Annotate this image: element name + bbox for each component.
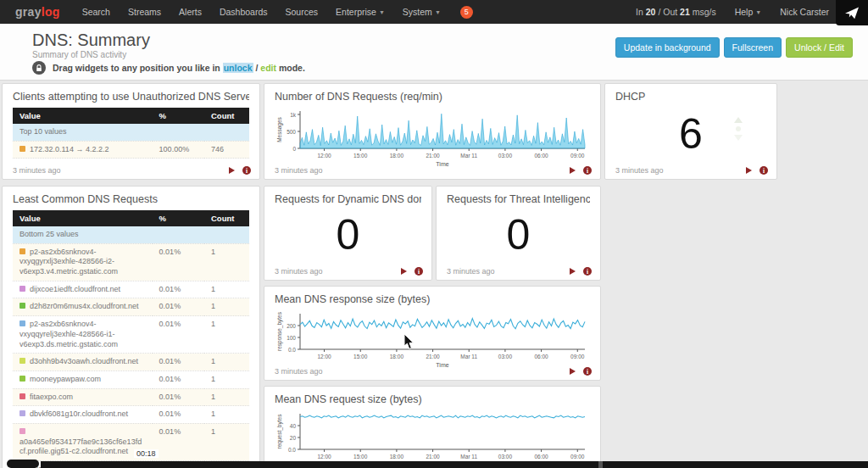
row-count: 1 — [204, 354, 249, 371]
svg-text:1k: 1k — [290, 112, 297, 118]
nav-item-enterprise[interactable]: Enterprise▼ — [336, 7, 385, 17]
dynamic-dns-count: 0 — [264, 210, 431, 259]
svg-text:0.0: 0.0 — [288, 447, 296, 453]
row-count: 1 — [204, 423, 249, 460]
row-percent: 0.01% — [153, 316, 204, 354]
svg-text:09:00: 09:00 — [570, 153, 585, 159]
widget-least-common-dns: Least Common DNS Requests Value % Count … — [2, 186, 260, 468]
row-count: 1 — [204, 316, 249, 354]
least-common-dns-table: Value % Count Bottom 25 values p2-as2xb6… — [13, 210, 249, 468]
series-color-swatch — [19, 428, 25, 434]
update-in-background-button[interactable]: Update in background — [615, 37, 720, 58]
svg-text:200: 200 — [287, 323, 296, 329]
widget-updated: 3 minutes ago — [13, 166, 61, 175]
column-header-value[interactable]: Value — [13, 210, 153, 226]
row-count: 746 — [204, 141, 249, 159]
nav-item-user[interactable]: Nick Carster — [780, 7, 829, 17]
row-percent: 0.01% — [153, 406, 204, 424]
fullscreen-button[interactable]: Fullscreen — [724, 37, 782, 58]
widget-updated: 3 minutes ago — [275, 166, 323, 175]
info-icon[interactable]: i — [760, 166, 768, 175]
widget-updated: 3 minutes ago — [275, 367, 323, 376]
row-value: mooneypawpaw.com — [30, 375, 101, 383]
widget-updated: 3 minutes ago — [447, 267, 495, 276]
group-label: Bottom 25 values — [13, 226, 249, 243]
svg-text:21:00: 21:00 — [426, 454, 440, 460]
column-header-count[interactable]: Count — [204, 210, 249, 226]
svg-text:500: 500 — [287, 129, 296, 135]
series-color-swatch — [19, 146, 25, 152]
svg-text:03:00: 03:00 — [498, 354, 513, 359]
replay-search-icon[interactable] — [746, 167, 752, 174]
row-percent: 100.00% — [153, 141, 204, 159]
widget-title: Requests for Threat Intelligence-flagge.… — [447, 193, 590, 205]
player-scrubber[interactable] — [41, 461, 868, 468]
lock-icon — [32, 61, 46, 75]
table-row: d3ohh9b4v3oawh.cloudfront.net0.01%1 — [13, 354, 249, 371]
nav-item-alerts[interactable]: Alerts — [179, 7, 202, 17]
replay-search-icon[interactable] — [229, 167, 235, 174]
svg-text:06:00: 06:00 — [534, 354, 548, 359]
row-value: p2-as2xb6snknov4-vxyqgyrxlj3exhle-428566… — [19, 248, 118, 276]
nav-item-system[interactable]: System▼ — [403, 7, 441, 17]
svg-text:0.0: 0.0 — [288, 347, 296, 353]
row-percent: 0.01% — [153, 388, 204, 406]
info-icon[interactable]: i — [415, 267, 423, 276]
nav-item-sources[interactable]: Sources — [286, 7, 319, 17]
share-button[interactable] — [836, 0, 868, 25]
notification-badge[interactable]: 5 — [460, 6, 473, 19]
request-size-chart: 40200.012:0015:0018:0021:00Mar 1103:0006… — [275, 410, 590, 468]
player-button[interactable] — [7, 460, 39, 468]
replay-search-icon[interactable] — [570, 368, 576, 375]
player-notch — [598, 461, 603, 468]
dashboard-hint: Drag widgets to any position you like in… — [32, 61, 305, 75]
replay-search-icon[interactable] — [570, 268, 576, 275]
info-icon[interactable]: i — [242, 166, 251, 175]
row-value: a0a465ef9534177fae9c136cf6e13fdcf.profil… — [19, 437, 142, 456]
series-color-swatch — [19, 393, 25, 399]
column-header-pct[interactable]: % — [153, 210, 204, 226]
chevron-down-icon: ▼ — [435, 9, 441, 15]
replay-search-icon[interactable] — [401, 268, 407, 275]
table-row: dijxcoe1iedft.cloudfront.net0.01%1 — [13, 281, 249, 298]
info-icon[interactable]: i — [583, 267, 592, 276]
replay-search-icon[interactable] — [570, 167, 576, 174]
table-row: fitaexpo.com0.01%1 — [13, 388, 249, 406]
svg-text:09:00: 09:00 — [570, 354, 585, 359]
page-subtitle: Summary of DNS activity — [32, 50, 126, 59]
column-header-value[interactable]: Value — [13, 108, 153, 124]
player-time: 00:18 — [134, 449, 159, 458]
row-count: 1 — [204, 388, 249, 406]
nav-item-dashboards[interactable]: Dashboards — [220, 7, 268, 17]
svg-text:09:00: 09:00 — [570, 454, 585, 460]
widget-title: Mean DNS response size (bytes) — [275, 293, 590, 305]
svg-text:03:00: 03:00 — [498, 153, 513, 159]
widget-threat-intel: Requests for Threat Intelligence-flagge.… — [436, 186, 601, 281]
row-count: 1 — [204, 406, 249, 424]
group-label: Top 10 values — [13, 124, 249, 141]
widget-dhcp: DHCP 6 3 minutes ago i — [604, 83, 777, 180]
info-icon[interactable]: i — [583, 367, 592, 376]
column-header-pct[interactable]: % — [153, 108, 204, 124]
nav-item-streams[interactable]: Streams — [128, 7, 161, 17]
widget-unauthorized-dns: Clients attempting to use Unauthorized D… — [2, 83, 260, 180]
unlock-link[interactable]: unlock — [223, 63, 253, 73]
chevron-down-icon: ▼ — [379, 9, 385, 15]
nav-item-help[interactable]: Help▼ — [735, 7, 762, 17]
series-color-swatch — [19, 320, 25, 326]
nav-item-search[interactable]: Search — [82, 7, 110, 17]
row-percent: 0.01% — [153, 423, 204, 460]
svg-text:Mar 11: Mar 11 — [460, 354, 477, 359]
series-color-swatch — [19, 358, 25, 364]
column-header-count[interactable]: Count — [204, 108, 249, 124]
paper-plane-icon — [844, 6, 860, 20]
widget-response-size-chart: Mean DNS response size (bytes) 2001000.0… — [264, 286, 601, 381]
table-row: p2-as2xb6snknov4-vxyqqyrelj3exhle-428566… — [13, 316, 249, 354]
info-icon[interactable]: i — [583, 166, 592, 175]
svg-text:15:00: 15:00 — [353, 454, 368, 460]
edit-link[interactable]: edit — [260, 63, 276, 73]
graylog-logo[interactable]: graylog — [15, 5, 60, 19]
unlock-edit-button[interactable]: Unlock / Edit — [786, 37, 853, 58]
svg-text:18:00: 18:00 — [390, 153, 404, 159]
svg-text:Mar 11: Mar 11 — [460, 454, 477, 460]
